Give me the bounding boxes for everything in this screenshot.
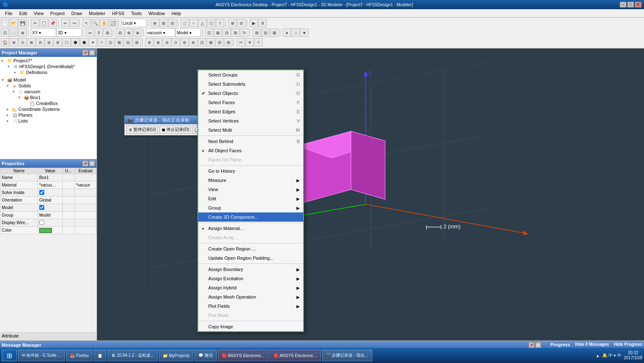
taskbar-item-ansys1[interactable]: 🔴 ANSYS Electronic... bbox=[218, 350, 268, 361]
cm-select-faces[interactable]: Select Faces F bbox=[198, 98, 303, 107]
tb2-b5[interactable]: ⊕ bbox=[125, 28, 133, 37]
cm-measure[interactable]: Measure ▶ bbox=[198, 176, 303, 185]
tb2-view1[interactable]: ⊡ bbox=[205, 28, 213, 37]
viewport[interactable]: Z 2 (mm) 🎬 步骤记录器 - 现在正在录制 bbox=[97, 49, 644, 340]
cm-assign-mesh[interactable]: Assign Mesh Operation ▶ bbox=[198, 292, 303, 302]
tb3-6[interactable]: ⊚ bbox=[45, 38, 53, 46]
menu-item-tools[interactable]: Tools bbox=[128, 10, 145, 16]
tb2-c2[interactable]: ♧ bbox=[291, 28, 300, 37]
tree-lists[interactable]: ▸ 📄 Lists bbox=[1, 118, 96, 124]
start-button[interactable]: ⊞ bbox=[2, 350, 17, 361]
tb-sim2[interactable]: ⏸ bbox=[258, 19, 267, 27]
pause-button[interactable]: ⏸ 暂停记录(U) bbox=[126, 125, 158, 134]
cm-select-objects[interactable]: ✔ Select Objects O bbox=[198, 89, 303, 98]
menu-item-help[interactable]: Help bbox=[168, 10, 184, 16]
tb3-3[interactable]: ⊙ bbox=[18, 38, 27, 46]
cm-view[interactable]: View ▶ bbox=[198, 185, 303, 194]
prop-group-value[interactable]: Model bbox=[38, 212, 62, 219]
tb2-b1[interactable]: ⇔ bbox=[86, 28, 94, 37]
tb2-view2[interactable]: ⊠ bbox=[214, 28, 222, 37]
cm-assign-excitation[interactable]: Assign Excitation ▶ bbox=[198, 274, 303, 283]
tb-save[interactable]: 💾 bbox=[18, 19, 27, 27]
cm-assign-material[interactable]: ● Assign Material... bbox=[198, 224, 303, 233]
tb2-grid3[interactable]: ⊠ bbox=[270, 28, 279, 37]
cm-plot-fields[interactable]: Plot Fields ▶ bbox=[198, 302, 303, 311]
tb-draw1[interactable]: □ bbox=[181, 19, 189, 27]
msg-hide-progress-btn[interactable]: Hide Progress bbox=[614, 342, 642, 348]
tb3-9[interactable]: ⬢ bbox=[71, 38, 79, 46]
tb2-c3[interactable]: ♥ bbox=[300, 28, 309, 37]
minimize-button[interactable]: ─ bbox=[620, 2, 626, 8]
tb-new[interactable]: 📄 bbox=[1, 19, 9, 27]
tb2-b4[interactable]: ⊟ bbox=[116, 28, 124, 37]
tb-sim1[interactable]: ▶ bbox=[250, 19, 258, 27]
tb3-11[interactable]: ✦ bbox=[89, 38, 97, 46]
menu-item-window[interactable]: Window bbox=[145, 10, 168, 16]
taskbar-item-clipboard[interactable]: 📋 bbox=[94, 350, 106, 361]
tb2-c1[interactable]: ♦ bbox=[283, 28, 291, 37]
cm-select-multi[interactable]: Select Multi M bbox=[198, 125, 303, 135]
tree-planes[interactable]: ▸ ◫ Planes bbox=[1, 112, 96, 118]
tb3-4[interactable]: ⊗ bbox=[27, 38, 36, 46]
taskbar-item-ansys2[interactable]: 🔴 ANSYS Electronic... bbox=[270, 350, 320, 361]
cm-assign-boundary[interactable]: Assign Boundary ▶ bbox=[198, 265, 303, 274]
tb3-ops1[interactable]: ✂ bbox=[237, 38, 245, 46]
cm-next-behind[interactable]: Next Behind B bbox=[198, 137, 303, 146]
cm-go-history[interactable]: Go to History bbox=[198, 166, 303, 176]
tb2-view4[interactable]: ⊞ bbox=[231, 28, 240, 37]
tb3-24[interactable]: ⊠ bbox=[207, 38, 215, 46]
tb3-14[interactable]: ⊠ bbox=[115, 38, 123, 46]
cm-select-edges[interactable]: Select Edges E bbox=[198, 107, 303, 116]
tb2-b2[interactable]: ⇕ bbox=[95, 28, 103, 37]
tb3-ops2[interactable]: ✦ bbox=[245, 38, 254, 46]
tb-coord-dropdown[interactable]: Local ▾ bbox=[121, 19, 146, 27]
tb3-15[interactable]: ⊟ bbox=[124, 38, 132, 46]
tb2-material-dropdown[interactable]: vacuum ▾ bbox=[146, 28, 175, 37]
prop-wire-value[interactable] bbox=[38, 219, 62, 227]
tb2-view5[interactable]: ↻ bbox=[240, 28, 248, 37]
msg-close-btn[interactable]: ✕ bbox=[535, 342, 541, 348]
tb3-10[interactable]: ⬣ bbox=[80, 38, 88, 46]
tb2-grid2[interactable]: ⊟ bbox=[261, 28, 270, 37]
tb2-model-dropdown[interactable]: Model ▾ bbox=[176, 28, 201, 37]
tree-project7[interactable]: ▸ 📁 Project7* bbox=[1, 58, 96, 64]
pm-pin-btn[interactable]: 📌 bbox=[82, 50, 88, 56]
tree-createbox[interactable]: 📋 CreateBox bbox=[1, 100, 96, 106]
menu-item-edit[interactable]: Edit bbox=[16, 10, 31, 16]
tb3-21[interactable]: ⊚ bbox=[180, 38, 189, 46]
tb-draw5[interactable]: ⌇ bbox=[216, 19, 224, 27]
taskbar-item-remote[interactable]: 🖥 10.64.1.2 - 远程桌... bbox=[107, 350, 158, 361]
cm-all-object-faces[interactable]: ● All Object Faces bbox=[198, 146, 303, 155]
tb-snap2[interactable]: ⊞ bbox=[159, 19, 168, 27]
tb-mesh1[interactable]: ⊗ bbox=[228, 19, 237, 27]
tb2-3[interactable]: ⊕ bbox=[18, 28, 27, 37]
tb3-7[interactable]: ⊛ bbox=[54, 38, 62, 46]
tree-box1[interactable]: ▾ 📦 Box1 bbox=[1, 95, 96, 100]
tb3-2[interactable]: ⊕ bbox=[10, 38, 18, 46]
menu-item-draw[interactable]: Draw bbox=[68, 10, 86, 16]
taskbar-item-myprojects[interactable]: 📁 MyProjects bbox=[159, 350, 193, 361]
taskbar-item-inbox[interactable]: ✉ 收件箱 - G Suite ... bbox=[18, 350, 65, 361]
tb-snap3[interactable]: ⊟ bbox=[168, 19, 176, 27]
menu-item-hfss[interactable]: HFSS bbox=[109, 10, 128, 16]
tb3-ops3[interactable]: ✧ bbox=[254, 38, 263, 46]
tb2-dim-dropdown[interactable]: 3D ▾ bbox=[56, 28, 82, 37]
cm-update-open[interactable]: Update Open Region Padding... bbox=[198, 253, 303, 263]
menu-item-view[interactable]: View bbox=[31, 10, 47, 16]
tb-snap1[interactable]: ⊕ bbox=[151, 19, 159, 27]
close-button[interactable]: ✕ bbox=[635, 2, 641, 8]
tb3-26[interactable]: ⊞ bbox=[224, 38, 233, 46]
props-close-btn[interactable]: ✕ bbox=[89, 161, 95, 166]
cm-select-vertices[interactable]: Select Vertices V bbox=[198, 116, 303, 125]
stop-button[interactable]: ⏹ 停止记录(O) bbox=[159, 125, 191, 134]
project-tree[interactable]: ▸ 📁 Project7* ▾ ⚙ HFSSDesign1 (DrivenMod… bbox=[0, 57, 97, 159]
tb3-5[interactable]: ⊘ bbox=[36, 38, 44, 46]
tree-definitions[interactable]: ▸ 📁 Definitions bbox=[1, 69, 96, 75]
tb2-2[interactable]: ⬜ bbox=[10, 28, 18, 37]
cm-group[interactable]: Group ▶ bbox=[198, 203, 303, 212]
tb3-23[interactable]: ⊡ bbox=[198, 38, 206, 46]
tb-draw2[interactable]: ○ bbox=[189, 19, 198, 27]
msg-pin-btn[interactable]: 📌 bbox=[529, 342, 534, 348]
tb2-1[interactable]: ⊡ bbox=[1, 28, 9, 37]
tb-select[interactable]: ↖ bbox=[82, 19, 91, 27]
